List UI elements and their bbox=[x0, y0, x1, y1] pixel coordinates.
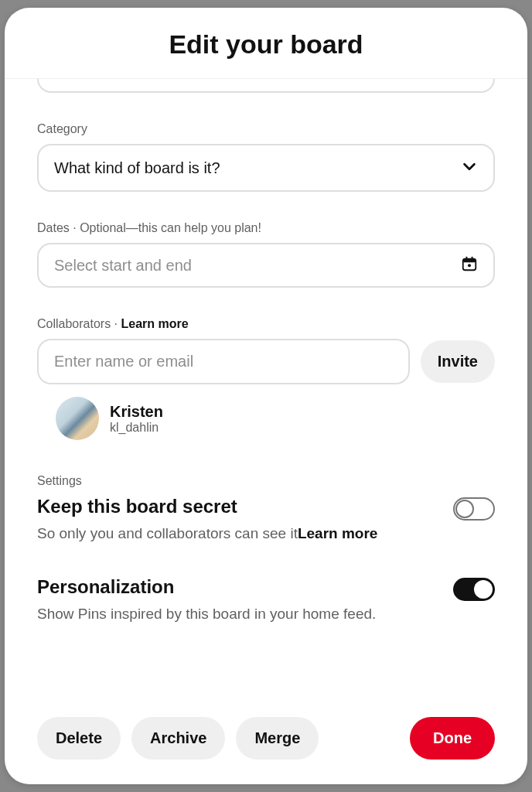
name-input-partial[interactable] bbox=[37, 79, 495, 93]
collaborator-user: Kristen kl_dahlin bbox=[37, 397, 495, 440]
settings-label: Settings bbox=[37, 474, 495, 488]
setting-personalization-desc: Show Pins inspired by this board in your… bbox=[37, 604, 495, 624]
user-name: Kristen bbox=[110, 403, 163, 421]
category-select[interactable]: What kind of board is it? bbox=[37, 144, 495, 192]
svg-point-4 bbox=[468, 264, 471, 267]
done-button[interactable]: Done bbox=[410, 717, 495, 760]
modal-body: Category What kind of board is it? Dates… bbox=[5, 79, 527, 702]
user-text: Kristen kl_dahlin bbox=[110, 403, 163, 435]
collaborators-label: Collaborators · Learn more bbox=[37, 317, 495, 331]
setting-personalization: Personalization Show Pins inspired by th… bbox=[37, 576, 495, 624]
delete-button[interactable]: Delete bbox=[37, 717, 121, 760]
secret-desc-text: So only you and collaborators can see it bbox=[37, 525, 298, 541]
category-select-text: What kind of board is it? bbox=[54, 159, 220, 177]
setting-personalization-title: Personalization bbox=[37, 576, 174, 598]
chevron-down-icon bbox=[461, 158, 478, 178]
toggle-knob bbox=[474, 580, 493, 599]
invite-button[interactable]: Invite bbox=[421, 340, 495, 383]
edit-board-modal: Edit your board Category What kind of bo… bbox=[5, 8, 527, 784]
category-label: Category bbox=[37, 122, 495, 136]
modal-footer: Delete Archive Merge Done bbox=[5, 702, 527, 784]
dates-field: Dates · Optional—this can help you plan!… bbox=[37, 221, 495, 288]
collaborators-input[interactable] bbox=[37, 339, 410, 384]
calendar-icon bbox=[461, 255, 478, 275]
setting-secret-desc: So only you and collaborators can see it… bbox=[37, 524, 495, 544]
dates-input[interactable]: Select start and end bbox=[37, 243, 495, 288]
merge-button[interactable]: Merge bbox=[236, 717, 319, 760]
dates-label: Dates · Optional—this can help you plan! bbox=[37, 221, 495, 235]
collaborators-field: Collaborators · Learn more Invite Kriste… bbox=[37, 317, 495, 440]
modal-title: Edit your board bbox=[23, 29, 509, 60]
collaborators-row: Invite bbox=[37, 339, 495, 384]
toggle-knob bbox=[455, 500, 474, 518]
avatar bbox=[56, 397, 99, 440]
dates-placeholder: Select start and end bbox=[54, 257, 192, 275]
secret-toggle[interactable] bbox=[453, 497, 495, 521]
svg-rect-2 bbox=[466, 257, 467, 261]
archive-button[interactable]: Archive bbox=[131, 717, 225, 760]
category-field: Category What kind of board is it? bbox=[37, 122, 495, 192]
collaborators-label-prefix: Collaborators · bbox=[37, 317, 121, 330]
footer-left: Delete Archive Merge bbox=[37, 717, 319, 760]
collaborators-learn-more-link[interactable]: Learn more bbox=[121, 317, 189, 330]
modal-header: Edit your board bbox=[5, 8, 527, 79]
secret-learn-more-link[interactable]: Learn more bbox=[298, 525, 377, 541]
svg-rect-1 bbox=[463, 259, 476, 263]
svg-rect-3 bbox=[472, 257, 473, 261]
personalization-toggle[interactable] bbox=[453, 578, 495, 601]
setting-secret: Keep this board secret So only you and c… bbox=[37, 496, 495, 544]
user-handle: kl_dahlin bbox=[110, 421, 163, 435]
setting-secret-title: Keep this board secret bbox=[37, 496, 237, 517]
